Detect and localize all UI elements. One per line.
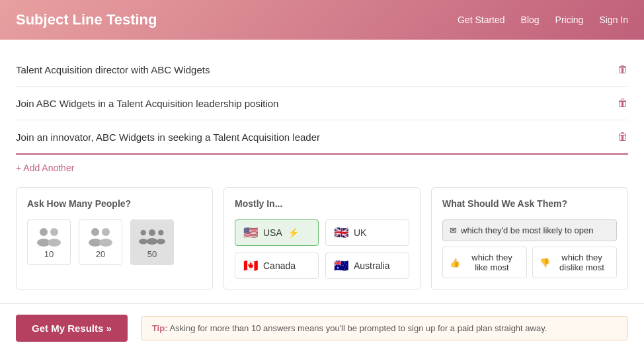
uk-label: UK (354, 227, 366, 238)
delete-icon[interactable]: 🗑 (618, 131, 628, 143)
app-header: Subject Line Testing Get Started Blog Pr… (0, 0, 644, 40)
nav-pricing[interactable]: Pricing (555, 15, 584, 25)
bottom-bar: Get My Results » Tip: Asking for more th… (0, 303, 644, 351)
thumbs-down-icon: 👎 (540, 258, 550, 268)
people-50-button[interactable]: 50 (130, 219, 174, 265)
get-results-button[interactable]: Get My Results » (16, 315, 128, 342)
svg-point-2 (50, 228, 58, 236)
country-usa-button[interactable]: 🇺🇸 USA ⚡ (235, 219, 319, 246)
ask-likely-open-label: which they'd be most likely to open (461, 225, 593, 235)
nav-blog[interactable]: Blog (521, 15, 540, 25)
subject-line-item: Talent Acquisition director with ABC Wid… (16, 53, 628, 87)
question-card-title: What Should We Ask Them? (442, 198, 617, 209)
people-20-icon (87, 225, 114, 247)
people-10-button[interactable]: 10 (27, 219, 71, 265)
tip-box: Tip: Asking for more than 10 answers mea… (141, 316, 628, 340)
envelope-icon: ✉ (450, 225, 457, 235)
ask-dislike-most-button[interactable]: 👎 which they dislike most (532, 247, 617, 278)
people-50-icon (139, 225, 165, 247)
svg-point-3 (48, 239, 61, 247)
people-20-label: 20 (96, 249, 105, 259)
australia-label: Australia (354, 260, 389, 271)
tip-text: Asking for more than 10 answers means yo… (169, 323, 547, 333)
ask-like-most-button[interactable]: 👍 which they like most (442, 247, 527, 278)
subject-lines-list: Talent Acquisition director with ABC Wid… (16, 53, 628, 155)
svg-point-7 (99, 239, 112, 247)
tip-label: Tip: (152, 323, 168, 333)
usa-bolt: ⚡ (288, 227, 299, 238)
svg-point-9 (139, 239, 147, 244)
svg-point-11 (147, 238, 158, 245)
people-10-label: 10 (44, 249, 54, 259)
svg-point-6 (102, 228, 110, 236)
ask-likely-open-button[interactable]: ✉ which they'd be most likely to open (442, 219, 617, 241)
location-card: Mostly In... 🇺🇸 USA ⚡ 🇬🇧 UK 🇨🇦 Canada 🇦🇺 (223, 187, 421, 290)
country-uk-button[interactable]: 🇬🇧 UK (325, 219, 409, 246)
australia-flag: 🇦🇺 (334, 258, 348, 273)
location-card-title: Mostly In... (235, 198, 409, 209)
subject-line-text: Join ABC Widgets in a Talent Acquisition… (16, 98, 278, 109)
main-content: Talent Acquisition director with ABC Wid… (0, 40, 644, 303)
country-grid: 🇺🇸 USA ⚡ 🇬🇧 UK 🇨🇦 Canada 🇦🇺 Australia (235, 219, 409, 279)
add-another-button[interactable]: + Add Another (16, 163, 74, 173)
nav-get-started[interactable]: Get Started (458, 15, 505, 25)
svg-point-10 (149, 229, 155, 236)
subject-line-text: Talent Acquisition director with ABC Wid… (16, 64, 210, 75)
delete-icon[interactable]: 🗑 (618, 97, 628, 109)
main-nav: Get Started Blog Pricing Sign In (458, 15, 628, 25)
people-50-label: 50 (147, 249, 157, 259)
canada-flag: 🇨🇦 (243, 258, 258, 273)
country-australia-button[interactable]: 🇦🇺 Australia (325, 253, 409, 279)
nav-sign-in[interactable]: Sign In (599, 15, 628, 25)
ask-dislike-most-label: which they dislike most (554, 253, 610, 272)
people-options: 10 20 (27, 219, 202, 265)
usa-flag: 🇺🇸 (243, 225, 258, 240)
thumbs-up-icon: 👍 (450, 258, 460, 268)
app-title: Subject Line Testing (16, 11, 157, 28)
svg-point-13 (157, 239, 165, 244)
country-canada-button[interactable]: 🇨🇦 Canada (235, 253, 319, 279)
svg-point-4 (91, 228, 99, 236)
options-row: Ask How Many People? 10 (16, 187, 628, 290)
subject-line-item: Join ABC Widgets in a Talent Acquisition… (16, 87, 628, 120)
subject-line-text: Join an innovator, ABC Widgets in seekin… (16, 132, 320, 143)
people-card-title: Ask How Many People? (27, 198, 202, 209)
svg-point-8 (141, 230, 146, 235)
usa-label: USA (263, 227, 282, 238)
question-card: What Should We Ask Them? ✉ which they'd … (431, 187, 628, 290)
svg-point-0 (40, 228, 48, 236)
ask-like-most-label: which they like most (464, 253, 520, 272)
people-10-icon (36, 225, 62, 247)
subject-line-item: Join an innovator, ABC Widgets in seekin… (16, 120, 628, 155)
people-20-button[interactable]: 20 (79, 219, 122, 265)
uk-flag: 🇬🇧 (334, 225, 348, 240)
svg-point-12 (158, 230, 163, 235)
ask-options: ✉ which they'd be most likely to open 👍 … (442, 219, 617, 278)
delete-icon[interactable]: 🗑 (618, 63, 628, 75)
people-card: Ask How Many People? 10 (16, 187, 213, 290)
canada-label: Canada (263, 260, 296, 271)
